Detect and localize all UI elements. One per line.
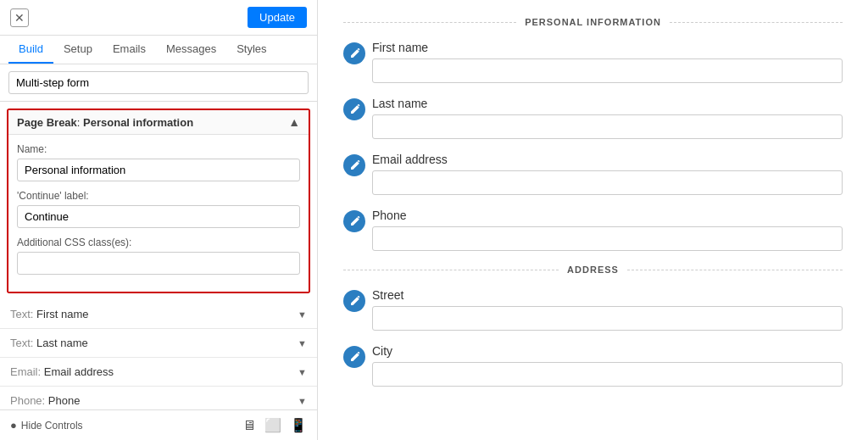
edit-icon-button[interactable] [343, 42, 365, 64]
tab-setup[interactable]: Setup [53, 36, 103, 64]
update-button[interactable]: Update [248, 7, 307, 28]
field-text-input[interactable] [372, 226, 843, 251]
edit-icon-button[interactable] [343, 98, 365, 120]
form-name-row [0, 64, 317, 102]
css-field-group: Additional CSS class(es): [17, 237, 300, 275]
field-content: Phone [372, 209, 843, 251]
name-input[interactable] [17, 159, 300, 181]
form-field-row: City [343, 344, 843, 387]
left-panel: ✕ Update Build Setup Emails Messages Sty… [0, 0, 318, 440]
collapse-button[interactable]: ▲ [288, 115, 300, 129]
page-break-body: Name: 'Continue' label: Additional CSS c… [8, 135, 309, 292]
page-break-header: Page Break: Personal information ▲ [8, 110, 309, 135]
section-title: ADDRESS [567, 265, 619, 275]
pencil-icon [349, 216, 360, 227]
top-bar: ✕ Update [0, 0, 317, 36]
css-input[interactable] [17, 252, 300, 275]
list-item[interactable]: Text: First name ▼ [0, 300, 317, 329]
continue-label: 'Continue' label: [17, 190, 300, 202]
chevron-down-icon: ▼ [298, 396, 307, 406]
bottom-icons: 🖥 ⬜ 📱 [242, 417, 307, 433]
field-text-input[interactable] [372, 58, 843, 83]
section-divider: ADDRESS [343, 265, 843, 275]
section-divider: PERSONAL INFORMATION [343, 17, 843, 27]
field-text-input[interactable] [372, 306, 843, 331]
chevron-down-icon: ▼ [298, 309, 307, 320]
divider-line [343, 22, 516, 23]
field-text-input[interactable] [372, 114, 843, 139]
tabs-bar: Build Setup Emails Messages Styles [0, 36, 317, 64]
desktop-icon-button[interactable]: 🖥 [242, 417, 256, 433]
form-field-row: Last name [343, 97, 843, 139]
field-content: Email address [372, 153, 843, 195]
form-field-row: Street [343, 288, 843, 331]
form-field-row: First name [343, 41, 843, 83]
field-content: First name [372, 41, 843, 83]
edit-icon-button[interactable] [343, 346, 365, 368]
field-text-input[interactable] [372, 170, 843, 195]
edit-icon-button[interactable] [343, 290, 365, 312]
field-name-label: Phone [372, 209, 843, 222]
chevron-down-icon: ▼ [298, 338, 307, 348]
chevron-down-icon: ▼ [298, 367, 307, 377]
field-content: Street [372, 288, 843, 331]
bottom-bar: ● Hide Controls 🖥 ⬜ 📱 [0, 409, 317, 440]
divider-line [343, 270, 559, 270]
field-content: Last name [372, 97, 843, 139]
right-panel: PERSONAL INFORMATION First name Last nam… [318, 0, 868, 440]
field-text-input[interactable] [372, 362, 843, 387]
pencil-icon [349, 160, 360, 171]
tab-styles[interactable]: Styles [226, 36, 276, 64]
hide-controls[interactable]: ● Hide Controls [10, 419, 83, 432]
field-name-label: First name [372, 41, 843, 54]
field-name-label: Last name [372, 97, 843, 110]
form-field-row: Phone [343, 209, 843, 251]
panel-scroll: Page Break: Personal information ▲ Name:… [0, 102, 317, 409]
page-break-section: Page Break: Personal information ▲ Name:… [7, 109, 310, 293]
field-name-label: Email address [372, 153, 843, 166]
pencil-icon [349, 48, 360, 59]
field-name-label: City [372, 344, 843, 358]
list-item-label: Phone: Phone [10, 394, 80, 407]
edit-icon-button[interactable] [343, 154, 365, 176]
list-items-container: Text: First name ▼ Text: Last name ▼ Ema… [0, 300, 317, 409]
pencil-icon [349, 352, 360, 363]
tablet-icon-button[interactable]: ⬜ [264, 417, 281, 433]
page-break-title: Page Break: Personal information [17, 116, 193, 129]
css-label: Additional CSS class(es): [17, 237, 300, 248]
form-field-row: Email address [343, 153, 843, 195]
name-label: Name: [17, 143, 300, 155]
list-item[interactable]: Phone: Phone ▼ [0, 387, 317, 409]
eye-icon: ● [10, 419, 17, 432]
divider-line [670, 22, 843, 23]
section-title: PERSONAL INFORMATION [525, 17, 661, 27]
pencil-icon [349, 104, 360, 115]
list-item[interactable]: Text: Last name ▼ [0, 329, 317, 358]
divider-line [627, 270, 843, 270]
edit-icon-button[interactable] [343, 210, 365, 232]
tab-messages[interactable]: Messages [156, 36, 226, 64]
list-item[interactable]: Email: Email address ▼ [0, 358, 317, 387]
hide-controls-label: Hide Controls [21, 420, 83, 432]
list-item-label: Text: First name [10, 308, 88, 320]
mobile-icon-button[interactable]: 📱 [290, 417, 307, 433]
field-name-label: Street [372, 288, 843, 302]
name-field-group: Name: [17, 143, 300, 181]
pencil-icon [349, 296, 360, 307]
close-button[interactable]: ✕ [10, 8, 29, 27]
form-name-input[interactable] [8, 71, 309, 94]
continue-input[interactable] [17, 205, 300, 228]
list-item-label: Email: Email address [10, 365, 114, 378]
continue-field-group: 'Continue' label: [17, 190, 300, 228]
list-item-label: Text: Last name [10, 337, 88, 349]
field-content: City [372, 344, 843, 387]
tab-build[interactable]: Build [8, 36, 53, 64]
tab-emails[interactable]: Emails [103, 36, 156, 64]
